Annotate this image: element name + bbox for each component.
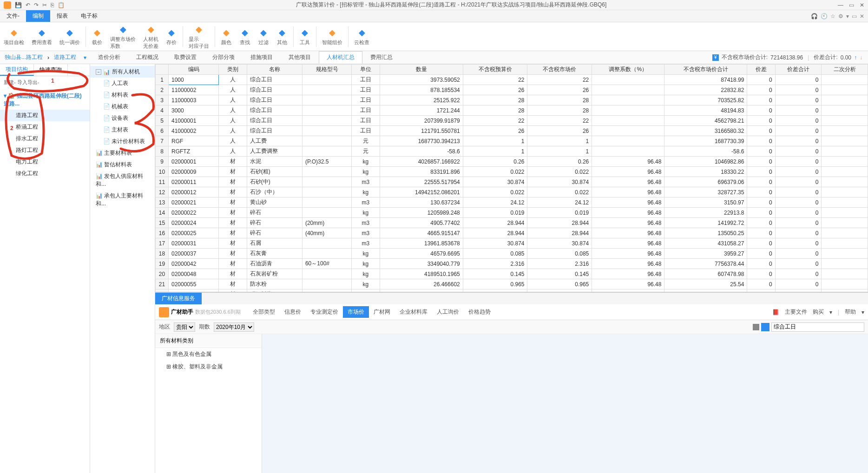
ribbon-10[interactable]: ◆过滤 (254, 22, 273, 51)
table-row[interactable]: 902000001材水泥(P.O)32.5kg4026857.1669220.2… (156, 157, 868, 167)
mid-item[interactable]: 📊 发包人供应材料和... (90, 171, 155, 190)
subtab-4[interactable]: 措施项目 (243, 51, 281, 64)
ribbon-7[interactable]: ◆显示 对应子目 (185, 22, 213, 51)
table-row[interactable]: 1302000021材黄山砂m3130.63723424.1224.1296.4… (156, 197, 868, 208)
minimize-icon[interactable]: — (838, 2, 843, 8)
breadcrumb-a[interactable]: 独山县...路工程 (0, 53, 47, 61)
headset-icon[interactable]: 🎧 (811, 13, 818, 20)
arrow-up-icon[interactable]: ↑ (854, 54, 857, 61)
mid-item[interactable]: 📄 未计价材料表 (90, 136, 155, 147)
ribbon-3[interactable]: ◆载价 (88, 22, 106, 51)
bottom-tab[interactable]: 广材信息服务 (155, 293, 202, 304)
mid-item[interactable]: 📊 承包人主要材料和... (90, 190, 155, 210)
btab-1[interactable]: 信息价 (280, 306, 306, 318)
subtab-1[interactable]: 工程概况 (128, 51, 166, 64)
mainfile-label[interactable]: 主要文件 (785, 308, 807, 316)
redo-icon[interactable]: ↷ (34, 2, 39, 8)
table-row[interactable]: 311000003人综合工日工日25125.9222828703525.8200 (156, 95, 868, 105)
ribbon-6[interactable]: ◆存价 (162, 22, 181, 51)
ribbon-13[interactable]: ◆智能组价 (318, 22, 346, 51)
table-row[interactable]: 541000001人综合工日工日207399.9187922224562798.… (156, 116, 868, 126)
buy-label[interactable]: 购买 (813, 308, 824, 316)
table-row[interactable]: 1502000024材碎石(20mm)m34905.7740228.94428.… (156, 218, 868, 228)
table-row[interactable]: 211000002人综合工日工日878.185534262622832.8200 (156, 85, 868, 95)
mid-item[interactable]: 📄 主材表 (90, 124, 155, 136)
lock-icon[interactable] (753, 324, 759, 330)
help-label[interactable]: 帮助 (845, 308, 856, 316)
table-row[interactable]: 1702000031材石屑m313961.85367830.87430.8749… (156, 238, 868, 249)
menu-edit[interactable]: 编制 (26, 10, 50, 22)
table-row[interactable]: 8RGFTZ人人工费调整元-58.611-58.600 (156, 146, 868, 157)
btab-4[interactable]: 广材网 (369, 306, 395, 318)
chevron-down-icon[interactable]: ▾ (846, 13, 849, 20)
table-row[interactable]: 1202000012材石沙（中）kg14942152.0862010.0220.… (156, 187, 868, 197)
ribbon-12[interactable]: ◆工具 (296, 22, 314, 51)
ribbon-14[interactable]: ◆云检查 (350, 22, 373, 51)
bell-icon[interactable]: 🕙 (821, 13, 828, 20)
table-row[interactable]: 1802000037材石灰膏kg46579.66950.0850.08596.4… (156, 249, 868, 259)
tree-child[interactable]: 桥涵工程 (0, 121, 90, 133)
mid-item[interactable]: 📊 暂估材料表 (90, 159, 155, 171)
left-tab-structure[interactable]: 项目结构 (0, 64, 34, 76)
save-icon[interactable]: 💾 (15, 2, 22, 8)
mid-item[interactable]: 📄 机械表 (90, 101, 155, 112)
menu-ebid[interactable]: 电子标 (74, 10, 104, 22)
copy-icon[interactable]: ⎘ (51, 2, 54, 8)
gear-icon[interactable]: ⚙ (838, 13, 843, 20)
btab-7[interactable]: 价格趋势 (464, 306, 495, 318)
tree-child[interactable]: 绿化工程 (0, 168, 90, 179)
table-row[interactable]: 641000002人综合工日工日121791.55078126263166580… (156, 126, 868, 136)
table-row[interactable]: 1102000011材石砂(中)m322555.51795430.87430.8… (156, 177, 868, 187)
table-row[interactable]: 11000人综合工日工日3973.59052222287418.9900 (156, 75, 868, 85)
undo-icon[interactable]: ↶ (26, 2, 30, 8)
btab-0[interactable]: 全部类型 (248, 306, 280, 318)
cat-item[interactable]: ⊞ 橡胶、塑料及非金属 (155, 361, 262, 373)
subtab-2[interactable]: 取费设置 (166, 51, 204, 64)
ribbon-0[interactable]: ◆项目自检 (0, 22, 28, 51)
table-row[interactable]: 2102000055材防水粉kg26.4666020.9650.96596.48… (156, 279, 868, 289)
menu-report[interactable]: 报表 (50, 10, 74, 22)
subtab-7[interactable]: 费用汇总 (362, 51, 401, 64)
ribbon-8[interactable]: ◆颜色 (217, 22, 236, 51)
paste-icon[interactable]: 📋 (58, 2, 65, 8)
table-row[interactable]: 1902000042材石油沥青60～100#kg3349040.7792.316… (156, 259, 868, 269)
ribbon-9[interactable]: ◆查找 (236, 22, 254, 51)
btab-6[interactable]: 人工询价 (432, 306, 464, 318)
arrow-down-icon[interactable]: ↓ (860, 54, 862, 61)
tree-child[interactable]: 路灯工程 (0, 145, 90, 156)
table-row[interactable]: 1602000025材碎石(40mm)m34665.91514728.94428… (156, 228, 868, 238)
chevron-down-icon[interactable]: ▾ (84, 54, 86, 61)
tree-root[interactable]: ▾ 🏠 独山县环西路延伸段(二段)道路... (0, 90, 90, 110)
maximize-icon[interactable]: ▭ (849, 2, 854, 8)
left-toolbar[interactable]: 新建- 导入导出- (0, 76, 90, 88)
tree-child[interactable]: 道路工程 (0, 110, 90, 121)
ribbon-2[interactable]: ◆统一调价 (56, 22, 84, 51)
area-select[interactable]: 贵阳 (174, 322, 195, 332)
mid-root[interactable]: −📊 所有人材机 (90, 66, 155, 78)
mid-item[interactable]: 📄 人工表 (90, 78, 155, 89)
menu-file[interactable]: 文件- (0, 10, 26, 22)
table-row[interactable]: 1402000022材碎石kg1205989.2480.0190.01996.4… (156, 208, 868, 218)
close-icon[interactable]: ✕ (860, 2, 864, 8)
mid-item[interactable]: 📄 材料表 (90, 89, 155, 101)
clock-icon[interactable]: ☆ (830, 13, 835, 20)
search-icon[interactable] (761, 323, 769, 331)
chevron-down-icon[interactable]: ▾ (829, 309, 832, 315)
btab-2[interactable]: 专业测定价 (306, 306, 343, 318)
breadcrumb-b[interactable]: 道路工程 (49, 53, 81, 61)
window-restore-icon[interactable]: ▭ (852, 13, 857, 20)
subtab-3[interactable]: 分部分项 (204, 51, 243, 64)
table-row[interactable]: 1002000009材石砂(粗)kg833191.8960.0220.02296… (156, 167, 868, 177)
search-input[interactable] (771, 322, 864, 332)
period-select[interactable]: 2020年10月 (214, 322, 254, 332)
table-row[interactable]: 7RGF人人工费元1687730.394213111687730.3900 (156, 136, 868, 146)
table-row[interactable]: 43000人综合工日工日1721.244282848194.8300 (156, 105, 868, 116)
ribbon-5[interactable]: ◆人材机 无价差 (139, 22, 162, 51)
subtab-6[interactable]: 人材机汇总 (319, 51, 362, 64)
table-row[interactable]: 2002000048材石灰岩矿粉kg4189510.19650.1450.145… (156, 269, 868, 279)
ribbon-1[interactable]: ◆费用查看 (28, 22, 56, 51)
ribbon-11[interactable]: ◆其他 (273, 22, 291, 51)
ribbon-4[interactable]: ◆调整市场价 系数 (106, 22, 139, 51)
btab-3[interactable]: 市场价 (343, 306, 369, 318)
mid-item[interactable]: 📄 设备表 (90, 112, 155, 124)
